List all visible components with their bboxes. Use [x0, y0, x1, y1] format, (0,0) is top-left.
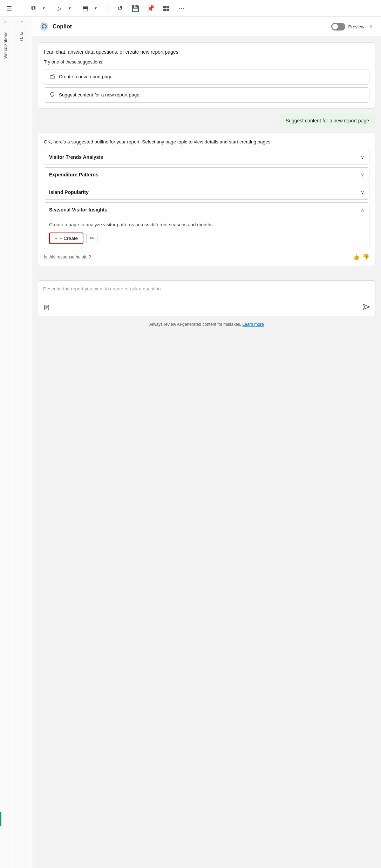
- intro-text: I can chat, answer data questions, or cr…: [44, 48, 369, 56]
- accordion-header-visitor-trends[interactable]: Visitor Trends Analysis ∨: [44, 150, 369, 164]
- copilot-input-area: Describe the report you want to create o…: [32, 276, 381, 319]
- user-message: Suggest content for a new report page: [279, 113, 375, 128]
- copilot-title: Copilot: [53, 23, 328, 30]
- disclaimer: Always review AI-generated content for m…: [32, 319, 381, 331]
- edit-icon: ✏: [90, 235, 94, 242]
- toolbar-divider-2: [108, 4, 108, 13]
- disclaimer-text: Always review AI-generated content for m…: [149, 322, 241, 327]
- copilot-panel: Copilot Preview × I can chat, answer dat…: [32, 17, 381, 331]
- share-icon[interactable]: [161, 4, 171, 13]
- feedback-text: Is this response helpful?: [44, 255, 91, 260]
- accordion-header-expenditure[interactable]: Expenditure Patterns ∨: [44, 168, 369, 182]
- toolbar-group-left: ☰: [4, 4, 14, 13]
- thumbs-down-icon[interactable]: 👎: [362, 254, 369, 260]
- copilot-logo-icon: [39, 22, 49, 32]
- copilot-header: Copilot Preview ×: [32, 17, 381, 37]
- svg-point-5: [45, 27, 47, 29]
- save-icon[interactable]: 💾: [130, 4, 140, 13]
- create-label: + Create: [60, 236, 78, 241]
- user-message-text: Suggest content for a new report page: [286, 118, 369, 123]
- suggestions-label: Try one of these suggestions:: [44, 59, 369, 66]
- input-box[interactable]: Describe the report you want to create o…: [38, 280, 375, 316]
- accordion-expenditure: Expenditure Patterns ∨: [44, 167, 369, 182]
- visualizations-label: Visualizations: [1, 27, 10, 63]
- thumbs-up-icon[interactable]: 👍: [353, 254, 360, 260]
- chevron-down-island-popularity: ∨: [361, 189, 364, 195]
- data-panel-label: Data: [17, 27, 26, 45]
- chevron-up-seasonal-insights: ∧: [361, 207, 364, 213]
- accordion-actions-seasonal: + + Create ✏: [49, 233, 364, 244]
- menu-icon[interactable]: ☰: [4, 4, 14, 13]
- outline-bubble: OK, here's a suggested outline for your …: [38, 133, 375, 267]
- svg-rect-2: [163, 9, 166, 11]
- copilot-content: I can chat, answer data questions, or cr…: [32, 37, 381, 276]
- suggestion-2-label: Suggest content for a new report page: [59, 92, 140, 97]
- learn-more-link[interactable]: Learn more: [243, 322, 264, 327]
- plus-icon: +: [55, 236, 57, 241]
- feedback-row: Is this response helpful? 👍 👎: [44, 254, 369, 260]
- suggestion-1-label: Create a new report page: [59, 74, 113, 79]
- data-panel-chevron[interactable]: «: [20, 20, 23, 25]
- undo-icon[interactable]: ⧉: [28, 4, 38, 13]
- close-button[interactable]: ×: [368, 22, 374, 31]
- accordion-title-seasonal-insights: Seasonal Visitor Insights: [49, 207, 107, 213]
- accordion-title-expenditure: Expenditure Patterns: [49, 172, 98, 177]
- chevron-down-icon-2[interactable]: ▼: [65, 4, 75, 13]
- main-layout: « Visualizations « Data Copilot: [0, 17, 381, 868]
- chart-icon: [49, 73, 55, 81]
- accordion-title-island-popularity: Island Popularity: [49, 189, 89, 195]
- accent-bar: [0, 812, 1, 826]
- attach-icon[interactable]: [43, 304, 50, 312]
- accordion-title-visitor-trends: Visitor Trends Analysis: [49, 154, 103, 160]
- accordion-island-popularity: Island Popularity ∨: [44, 185, 369, 200]
- accordion-seasonal-insights: Seasonal Visitor Insights ∧ Create a pag…: [44, 202, 369, 249]
- visualizations-panel: « Visualizations: [0, 17, 11, 868]
- seasonal-description: Create a page to analyze visitor pattern…: [49, 221, 364, 228]
- feedback-icons: 👍 👎: [353, 254, 369, 260]
- insert-icon[interactable]: ▷: [54, 4, 64, 13]
- response-intro: OK, here's a suggested outline for your …: [44, 139, 369, 146]
- send-icon[interactable]: [362, 303, 370, 312]
- toggle-switch[interactable]: [331, 23, 345, 31]
- format-icon[interactable]: ⬒: [80, 4, 90, 13]
- accordion-visitor-trends: Visitor Trends Analysis ∨: [44, 150, 369, 164]
- lightbulb-icon: [49, 91, 55, 99]
- svg-point-4: [42, 27, 44, 29]
- chevron-down-expenditure: ∨: [361, 172, 364, 177]
- svg-rect-1: [166, 6, 169, 8]
- suggestion-1-button[interactable]: Create a new report page: [44, 69, 369, 85]
- toggle-thumb: [332, 24, 338, 29]
- svg-rect-0: [163, 6, 166, 8]
- chevron-down-visitor-trends: ∨: [361, 154, 364, 160]
- preview-label: Preview: [348, 24, 364, 29]
- data-panel: « Data: [11, 17, 32, 868]
- accordion-header-seasonal-insights[interactable]: Seasonal Visitor Insights ∧: [44, 203, 369, 217]
- toolbar-group-insert: ▷ ▼: [54, 4, 75, 13]
- input-row: [43, 303, 370, 312]
- more-icon[interactable]: ⋯: [177, 4, 186, 13]
- chevron-down-icon-3[interactable]: ▼: [91, 4, 101, 13]
- preview-toggle: Preview: [331, 23, 364, 31]
- svg-point-6: [54, 74, 55, 75]
- suggestion-2-button[interactable]: Suggest content for a new report page: [44, 87, 369, 103]
- svg-rect-3: [166, 9, 169, 11]
- toolbar-group-undo: ⧉ ▼: [28, 4, 49, 13]
- create-button[interactable]: + + Create: [49, 233, 83, 244]
- toolbar: ☰ ⧉ ▼ ▷ ▼ ⬒ ▼ ↺ 💾 📌 ⋯: [0, 0, 381, 17]
- pin-icon[interactable]: 📌: [146, 4, 156, 13]
- refresh-icon[interactable]: ↺: [115, 4, 125, 13]
- input-placeholder: Describe the report you want to create o…: [43, 285, 370, 300]
- vis-panel-chevron[interactable]: «: [4, 20, 7, 25]
- accordion-body-seasonal-insights: Create a page to analyze visitor pattern…: [44, 217, 369, 249]
- edit-button[interactable]: ✏: [86, 233, 97, 244]
- toolbar-group-format: ⬒ ▼: [80, 4, 101, 13]
- intro-bubble: I can chat, answer data questions, or cr…: [38, 42, 375, 109]
- chevron-down-icon-1[interactable]: ▼: [39, 4, 49, 13]
- toolbar-divider-1: [21, 4, 21, 13]
- accordion-header-island-popularity[interactable]: Island Popularity ∨: [44, 185, 369, 199]
